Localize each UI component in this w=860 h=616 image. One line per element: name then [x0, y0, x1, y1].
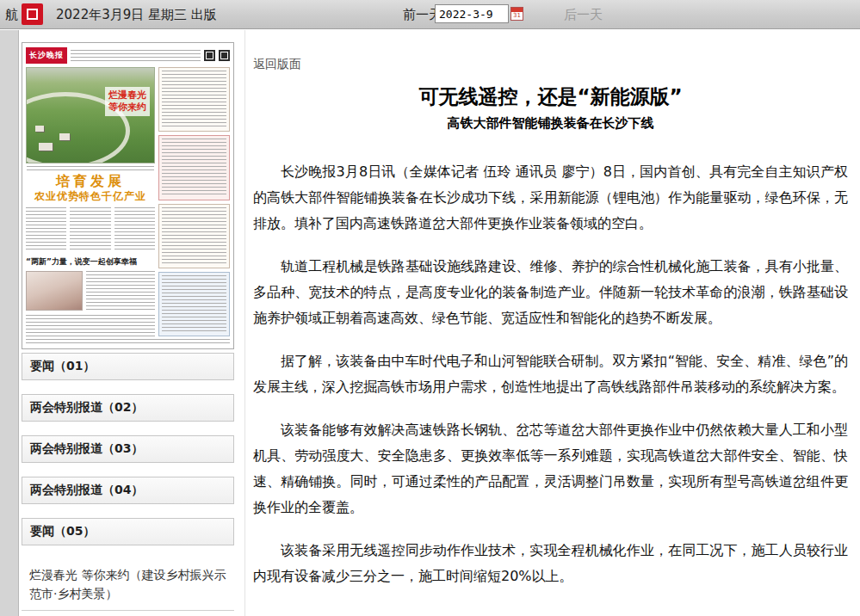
thumbnail-header: 长沙晚报	[26, 46, 230, 65]
thumbnail-inset-photo	[26, 271, 83, 311]
section-item-yaowen-05[interactable]: 要闻（05）	[22, 518, 234, 545]
sidebar: 长沙晚报 烂漫春光 等你来约 培育发展 农业优势特色千亿产业	[22, 42, 234, 616]
site-logo-icon	[22, 3, 43, 25]
thumbnail-caption-line	[27, 166, 154, 170]
main-content: 返回版面 可无线遥控，还是“新能源版” 高铁大部件智能铺换装备在长沙下线 长沙晚…	[244, 30, 860, 616]
date-input[interactable]	[435, 4, 509, 23]
thumbnail-subheadline: “两新”力量，说变一起创享幸福	[26, 256, 155, 268]
thumbnail-footer-line	[26, 339, 230, 345]
article-list: 烂漫春光 等你来约（建设乡村振兴示范市·乡村美景） 培育发展农业优势特色千亿产业	[22, 559, 234, 616]
thumbnail-header-text-lines	[71, 50, 201, 62]
left-gutter	[0, 30, 19, 616]
thumbnail-photo-caption: 烂漫春光 等你来约	[105, 87, 150, 116]
thumbnail-aerial-photo: 烂漫春光 等你来约	[26, 67, 155, 163]
section-item-lianghui-02[interactable]: 两会特别报道（02）	[22, 394, 234, 422]
nav-clipped-text[interactable]: 航	[5, 7, 18, 23]
back-to-page-link[interactable]: 返回版面	[253, 57, 301, 72]
thumbnail-masthead: 长沙晚报	[26, 47, 67, 64]
section-item-lianghui-04[interactable]: 两会特别报道（04）	[22, 477, 234, 504]
article-paragraph: 轨道工程机械是铁路基础设施线路建设、维修、养护的综合性机械化施工装备，具有小批量…	[253, 254, 848, 331]
section-item-lianghui-03[interactable]: 两会特别报道（03）	[22, 435, 234, 463]
thumbnail-right-column	[158, 67, 230, 336]
page-thumbnail[interactable]: 长沙晚报 烂漫春光 等你来约 培育发展 农业优势特色千亿产业	[22, 42, 234, 349]
article-paragraph: 长沙晚报3月8日讯（全媒体记者 伍玲 通讯员 廖宁）8日，国内首创、具有完全自主…	[253, 159, 848, 237]
article-body: 长沙晚报3月8日讯（全媒体记者 伍玲 通讯员 廖宁）8日，国内首创、具有完全自主…	[253, 159, 848, 589]
next-day-button: 后一天	[564, 7, 603, 23]
publish-date: 2022年3月9日 星期三 出版	[56, 7, 217, 23]
thumbnail-text-column	[86, 271, 155, 311]
article-link[interactable]: 培育发展农业优势特色千亿产业	[22, 611, 234, 616]
calendar-icon[interactable]	[510, 7, 523, 21]
qr-code-icon	[219, 50, 230, 61]
article-title: 可无线遥控，还是“新能源版”	[253, 83, 848, 110]
article-subtitle: 高铁大部件智能铺换装备在长沙下线	[253, 115, 848, 132]
article-paragraph: 该装备采用无线遥控同步动作作业技术，实现全程机械化作业，在同工况下，施工人员较行…	[253, 538, 848, 589]
section-list: 要闻（01） 两会特别报道（02） 两会特别报道（03） 两会特别报道（04） …	[22, 353, 234, 545]
thumbnail-text-columns	[26, 207, 155, 252]
article-paragraph: 该装备能够有效解决高速铁路长钢轨、岔芯等道岔大部件更换作业中仍然依赖大量人工和小…	[253, 417, 848, 521]
article-paragraph: 据了解，该装备由中车时代电子和山河智能联合研制。双方紧扣“智能、安全、精准、绿色…	[253, 348, 848, 400]
thumbnail-headline: 培育发展 农业优势特色千亿产业	[26, 173, 155, 203]
topbar: 航 2022年3月9日 星期三 出版 前一天 后一天	[0, 0, 860, 29]
qr-code-icon	[204, 50, 215, 61]
section-item-yaowen-01[interactable]: 要闻（01）	[22, 353, 234, 380]
article-link[interactable]: 烂漫春光 等你来约（建设乡村振兴示范市·乡村美景）	[22, 559, 234, 611]
